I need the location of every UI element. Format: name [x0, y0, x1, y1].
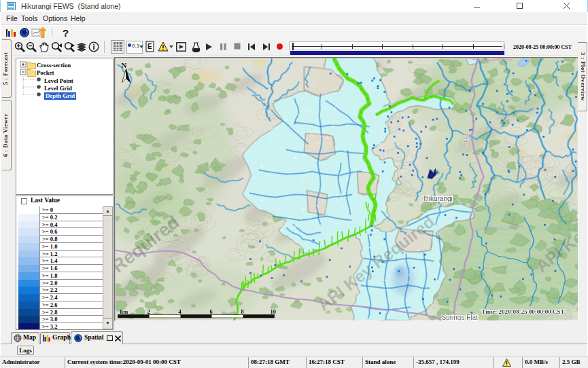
svg-text:km: km: [120, 308, 128, 315]
svg-text:N: N: [122, 61, 127, 69]
svg-text:6: 6: [210, 308, 213, 315]
svg-text:SH 1: SH 1: [463, 133, 470, 147]
svg-text:2: 2: [148, 308, 150, 315]
svg-text:E: E: [148, 43, 152, 50]
svg-text:8: 8: [241, 308, 244, 315]
svg-text:Time: 2020-08-25 00:00:00 CST: Time: 2020-08-25 00:00:00 CST: [482, 308, 565, 315]
svg-text:Hikurangi: Hikurangi: [424, 195, 453, 202]
svg-text:Springs Flat: Springs Flat: [442, 314, 479, 321]
svg-text:?: ?: [63, 27, 69, 38]
svg-text:10: 10: [271, 308, 277, 315]
